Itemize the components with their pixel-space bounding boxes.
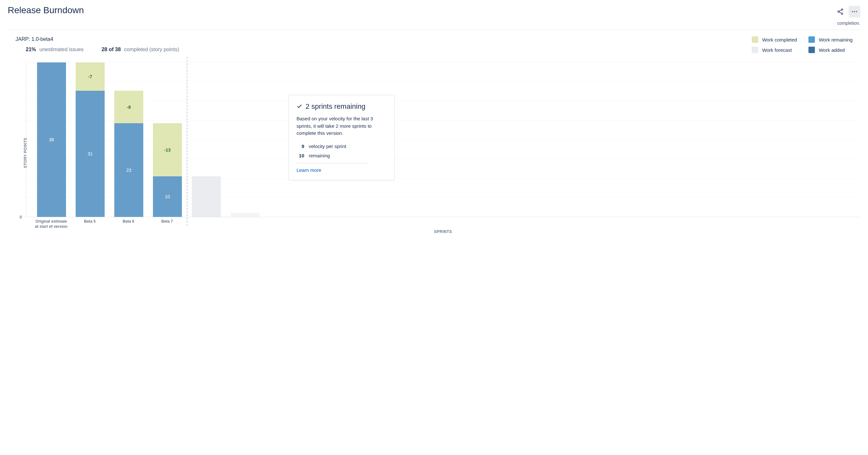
divider [8, 30, 860, 30]
svg-line-3 [839, 10, 842, 11]
unestimated-value: 21% [26, 47, 36, 52]
svg-point-7 [856, 11, 857, 12]
bar-completed: -13 [153, 123, 182, 176]
svg-point-0 [841, 9, 843, 10]
forecast-divider-line [297, 163, 369, 163]
velocity-row: 9 velocity per sprint [297, 141, 387, 151]
svg-point-2 [841, 13, 843, 14]
chart-plot: 0 3831-723-810-13 2 sprints remaining Ba… [26, 63, 860, 217]
bar-remaining: 38 [37, 62, 66, 217]
x-axis: SPRINTS Original estimate at start of ve… [26, 217, 860, 236]
legend-completed: Work completed [752, 36, 797, 43]
completed-label: completed (story points) [124, 47, 179, 52]
swatch-added [808, 47, 815, 53]
x-tick: Beta 7 [149, 219, 185, 224]
forecast-bar[interactable] [192, 176, 221, 217]
completion-note: completion. [8, 21, 860, 26]
forecast-title: 2 sprints remaining [306, 102, 365, 111]
bar-remaining: 10 [153, 176, 182, 217]
swatch-remaining [808, 36, 815, 43]
completed-value: 28 of 38 [101, 47, 121, 52]
remaining-value: 10 [297, 153, 304, 158]
legend-forecast: Work forecast [752, 47, 797, 53]
legend-completed-label: Work completed [762, 37, 797, 42]
svg-point-5 [852, 11, 853, 12]
x-tick: Original estimate at start of version [33, 219, 69, 229]
bar-completed: -7 [76, 62, 105, 91]
legend-added-label: Work added [819, 47, 845, 53]
swatch-completed [752, 36, 758, 43]
bar-group[interactable]: 38 [37, 62, 66, 217]
completed-stat: 28 of 38 completed (story points) [101, 47, 179, 53]
version-label: JARP: 1.0-beta4 [16, 36, 752, 42]
forecast-desc: Based on your velocity for the last 3 sp… [297, 115, 387, 137]
x-tick: Beta 6 [111, 219, 146, 224]
remaining-label: remaining [309, 153, 330, 158]
unestimated-label: unestimated issues [39, 47, 83, 52]
svg-line-4 [839, 12, 842, 13]
bar-forecast [192, 176, 221, 217]
remaining-row: 10 remaining [297, 151, 387, 160]
bar-completed: -8 [114, 91, 143, 123]
svg-point-6 [854, 11, 855, 12]
forecast-card: 2 sprints remaining Based on your veloci… [288, 95, 395, 180]
bar-remaining: 31 [76, 91, 105, 217]
share-icon[interactable] [835, 6, 846, 18]
learn-more-link[interactable]: Learn more [297, 167, 387, 173]
swatch-forecast [752, 47, 758, 53]
forecast-divider [187, 57, 187, 226]
legend-forecast-label: Work forecast [762, 47, 792, 53]
bar-remaining: 23 [114, 123, 143, 217]
zero-tick: 0 [20, 215, 22, 220]
page-title: Release Burndown [8, 5, 84, 15]
bar-group[interactable]: 23-8 [114, 91, 143, 217]
svg-point-1 [838, 11, 839, 12]
bar-forecast [230, 213, 259, 217]
forecast-bar[interactable] [230, 213, 259, 217]
bar-group[interactable]: 10-13 [153, 123, 182, 217]
legend-remaining: Work remaining [808, 36, 852, 43]
legend: Work completed Work remaining Work forec… [752, 36, 852, 53]
legend-added: Work added [808, 47, 852, 53]
x-axis-label: SPRINTS [434, 229, 452, 234]
bar-group[interactable]: 31-7 [76, 62, 105, 217]
legend-remaining-label: Work remaining [819, 37, 852, 42]
velocity-value: 9 [297, 143, 304, 149]
more-icon[interactable] [849, 6, 860, 18]
velocity-label: velocity per sprint [309, 143, 346, 149]
unestimated-stat: 21% unestimated issues [26, 47, 83, 53]
check-icon [297, 103, 302, 110]
x-tick: Beta 5 [72, 219, 107, 224]
